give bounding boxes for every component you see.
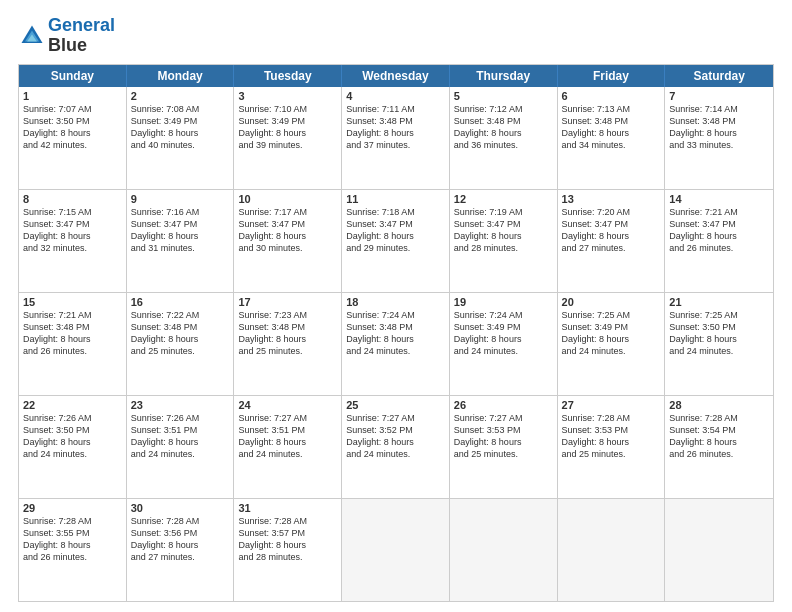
cell-info-line: Daylight: 8 hours bbox=[131, 436, 230, 448]
cell-info-line: Daylight: 8 hours bbox=[238, 539, 337, 551]
calendar-cell: 1Sunrise: 7:07 AMSunset: 3:50 PMDaylight… bbox=[19, 87, 127, 189]
day-number: 11 bbox=[346, 193, 445, 205]
cell-info-line: Daylight: 8 hours bbox=[238, 333, 337, 345]
cell-info-line: Daylight: 8 hours bbox=[346, 127, 445, 139]
day-number: 10 bbox=[238, 193, 337, 205]
calendar-row: 8Sunrise: 7:15 AMSunset: 3:47 PMDaylight… bbox=[19, 189, 773, 292]
cell-info-line: and 25 minutes. bbox=[238, 345, 337, 357]
cell-info-line: Daylight: 8 hours bbox=[346, 333, 445, 345]
cell-info-line: Sunset: 3:50 PM bbox=[23, 115, 122, 127]
cell-info-line: and 33 minutes. bbox=[669, 139, 769, 151]
cell-info-line: Sunrise: 7:21 AM bbox=[669, 206, 769, 218]
cell-info-line: Sunrise: 7:25 AM bbox=[669, 309, 769, 321]
cell-info-line: Sunset: 3:47 PM bbox=[131, 218, 230, 230]
calendar-cell: 3Sunrise: 7:10 AMSunset: 3:49 PMDaylight… bbox=[234, 87, 342, 189]
calendar-row: 1Sunrise: 7:07 AMSunset: 3:50 PMDaylight… bbox=[19, 87, 773, 189]
cell-info-line: and 24 minutes. bbox=[23, 448, 122, 460]
calendar-cell: 27Sunrise: 7:28 AMSunset: 3:53 PMDayligh… bbox=[558, 396, 666, 498]
cell-info-line: Sunrise: 7:13 AM bbox=[562, 103, 661, 115]
cell-info-line: and 24 minutes. bbox=[454, 345, 553, 357]
cell-info-line: Daylight: 8 hours bbox=[562, 127, 661, 139]
cell-info-line: Sunrise: 7:28 AM bbox=[562, 412, 661, 424]
cell-info-line: Sunset: 3:49 PM bbox=[562, 321, 661, 333]
calendar-cell bbox=[342, 499, 450, 601]
cell-info-line: and 37 minutes. bbox=[346, 139, 445, 151]
day-number: 6 bbox=[562, 90, 661, 102]
cell-info-line: Sunrise: 7:27 AM bbox=[346, 412, 445, 424]
cell-info-line: and 42 minutes. bbox=[23, 139, 122, 151]
cell-info-line: and 24 minutes. bbox=[562, 345, 661, 357]
calendar-cell: 11Sunrise: 7:18 AMSunset: 3:47 PMDayligh… bbox=[342, 190, 450, 292]
cell-info-line: Daylight: 8 hours bbox=[131, 127, 230, 139]
header: General Blue bbox=[18, 16, 774, 56]
calendar-cell: 21Sunrise: 7:25 AMSunset: 3:50 PMDayligh… bbox=[665, 293, 773, 395]
calendar-cell: 16Sunrise: 7:22 AMSunset: 3:48 PMDayligh… bbox=[127, 293, 235, 395]
cell-info-line: Sunrise: 7:23 AM bbox=[238, 309, 337, 321]
day-number: 27 bbox=[562, 399, 661, 411]
cell-info-line: Sunrise: 7:15 AM bbox=[23, 206, 122, 218]
calendar-cell: 22Sunrise: 7:26 AMSunset: 3:50 PMDayligh… bbox=[19, 396, 127, 498]
cell-info-line: and 25 minutes. bbox=[454, 448, 553, 460]
cell-info-line: Daylight: 8 hours bbox=[669, 436, 769, 448]
cell-info-line: Sunrise: 7:20 AM bbox=[562, 206, 661, 218]
cell-info-line: Daylight: 8 hours bbox=[669, 230, 769, 242]
cell-info-line: Daylight: 8 hours bbox=[238, 436, 337, 448]
cell-info-line: and 31 minutes. bbox=[131, 242, 230, 254]
cell-info-line: Daylight: 8 hours bbox=[562, 333, 661, 345]
day-number: 18 bbox=[346, 296, 445, 308]
cell-info-line: Sunrise: 7:24 AM bbox=[454, 309, 553, 321]
logo-text: General Blue bbox=[48, 16, 115, 56]
cell-info-line: Sunrise: 7:27 AM bbox=[454, 412, 553, 424]
day-number: 15 bbox=[23, 296, 122, 308]
cell-info-line: and 30 minutes. bbox=[238, 242, 337, 254]
calendar-cell: 4Sunrise: 7:11 AMSunset: 3:48 PMDaylight… bbox=[342, 87, 450, 189]
cell-info-line: Daylight: 8 hours bbox=[562, 436, 661, 448]
calendar-cell: 28Sunrise: 7:28 AMSunset: 3:54 PMDayligh… bbox=[665, 396, 773, 498]
cell-info-line: and 24 minutes. bbox=[238, 448, 337, 460]
cal-header-day: Saturday bbox=[665, 65, 773, 87]
cell-info-line: Sunset: 3:51 PM bbox=[131, 424, 230, 436]
cal-header-day: Friday bbox=[558, 65, 666, 87]
cell-info-line: Sunrise: 7:18 AM bbox=[346, 206, 445, 218]
cell-info-line: and 26 minutes. bbox=[669, 242, 769, 254]
cell-info-line: Daylight: 8 hours bbox=[131, 230, 230, 242]
logo: General Blue bbox=[18, 16, 115, 56]
cell-info-line: Sunrise: 7:24 AM bbox=[346, 309, 445, 321]
calendar-cell: 15Sunrise: 7:21 AMSunset: 3:48 PMDayligh… bbox=[19, 293, 127, 395]
day-number: 31 bbox=[238, 502, 337, 514]
calendar-cell: 10Sunrise: 7:17 AMSunset: 3:47 PMDayligh… bbox=[234, 190, 342, 292]
day-number: 28 bbox=[669, 399, 769, 411]
day-number: 22 bbox=[23, 399, 122, 411]
cal-header-day: Wednesday bbox=[342, 65, 450, 87]
cal-header-day: Monday bbox=[127, 65, 235, 87]
cell-info-line: and 25 minutes. bbox=[131, 345, 230, 357]
cell-info-line: Sunrise: 7:28 AM bbox=[669, 412, 769, 424]
cell-info-line: Sunset: 3:47 PM bbox=[562, 218, 661, 230]
cell-info-line: Daylight: 8 hours bbox=[238, 230, 337, 242]
cell-info-line: Daylight: 8 hours bbox=[454, 436, 553, 448]
calendar-cell bbox=[665, 499, 773, 601]
cell-info-line: Daylight: 8 hours bbox=[454, 333, 553, 345]
cell-info-line: Daylight: 8 hours bbox=[669, 127, 769, 139]
cell-info-line: Sunset: 3:48 PM bbox=[669, 115, 769, 127]
day-number: 30 bbox=[131, 502, 230, 514]
cell-info-line: Sunrise: 7:26 AM bbox=[23, 412, 122, 424]
cell-info-line: Daylight: 8 hours bbox=[346, 230, 445, 242]
cell-info-line: and 24 minutes. bbox=[346, 345, 445, 357]
calendar-cell: 8Sunrise: 7:15 AMSunset: 3:47 PMDaylight… bbox=[19, 190, 127, 292]
day-number: 24 bbox=[238, 399, 337, 411]
calendar-cell: 7Sunrise: 7:14 AMSunset: 3:48 PMDaylight… bbox=[665, 87, 773, 189]
cal-header-day: Sunday bbox=[19, 65, 127, 87]
cell-info-line: Sunset: 3:49 PM bbox=[454, 321, 553, 333]
cell-info-line: Sunset: 3:50 PM bbox=[669, 321, 769, 333]
cell-info-line: Sunrise: 7:16 AM bbox=[131, 206, 230, 218]
cell-info-line: Sunset: 3:47 PM bbox=[23, 218, 122, 230]
cal-header-day: Tuesday bbox=[234, 65, 342, 87]
calendar-cell: 29Sunrise: 7:28 AMSunset: 3:55 PMDayligh… bbox=[19, 499, 127, 601]
cell-info-line: and 29 minutes. bbox=[346, 242, 445, 254]
day-number: 14 bbox=[669, 193, 769, 205]
cell-info-line: Daylight: 8 hours bbox=[23, 539, 122, 551]
cell-info-line: Sunset: 3:49 PM bbox=[131, 115, 230, 127]
cell-info-line: Sunrise: 7:17 AM bbox=[238, 206, 337, 218]
cell-info-line: Sunrise: 7:22 AM bbox=[131, 309, 230, 321]
